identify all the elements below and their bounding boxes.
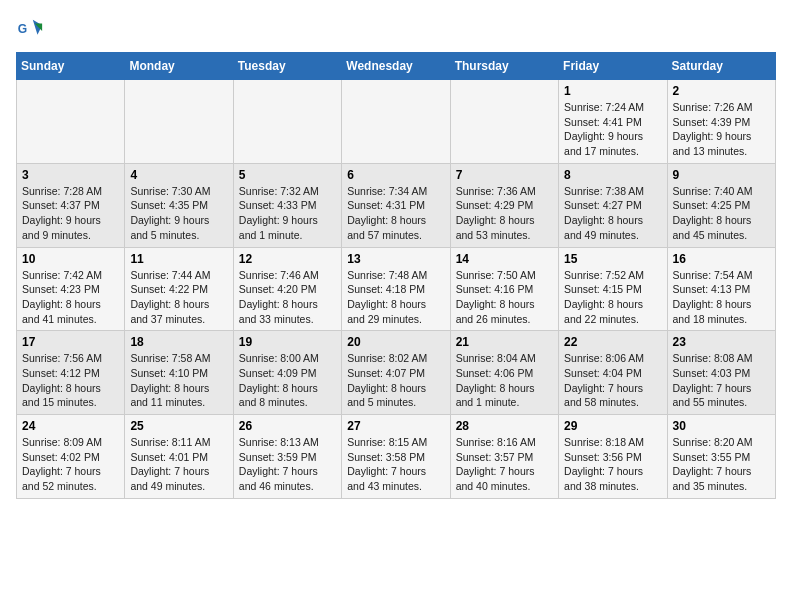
- calendar-cell: 28Sunrise: 8:16 AM Sunset: 3:57 PM Dayli…: [450, 415, 558, 499]
- day-info: Sunrise: 7:36 AM Sunset: 4:29 PM Dayligh…: [456, 184, 553, 243]
- calendar-header: SundayMondayTuesdayWednesdayThursdayFrid…: [17, 53, 776, 80]
- day-info: Sunrise: 8:06 AM Sunset: 4:04 PM Dayligh…: [564, 351, 661, 410]
- calendar-cell: 4Sunrise: 7:30 AM Sunset: 4:35 PM Daylig…: [125, 163, 233, 247]
- calendar-cell: [17, 80, 125, 164]
- day-info: Sunrise: 8:08 AM Sunset: 4:03 PM Dayligh…: [673, 351, 770, 410]
- calendar-cell: 15Sunrise: 7:52 AM Sunset: 4:15 PM Dayli…: [559, 247, 667, 331]
- day-info: Sunrise: 8:00 AM Sunset: 4:09 PM Dayligh…: [239, 351, 336, 410]
- day-info: Sunrise: 7:40 AM Sunset: 4:25 PM Dayligh…: [673, 184, 770, 243]
- day-info: Sunrise: 7:42 AM Sunset: 4:23 PM Dayligh…: [22, 268, 119, 327]
- calendar-cell: 14Sunrise: 7:50 AM Sunset: 4:16 PM Dayli…: [450, 247, 558, 331]
- calendar-week-row: 17Sunrise: 7:56 AM Sunset: 4:12 PM Dayli…: [17, 331, 776, 415]
- day-number: 12: [239, 252, 336, 266]
- day-info: Sunrise: 7:52 AM Sunset: 4:15 PM Dayligh…: [564, 268, 661, 327]
- calendar-cell: 20Sunrise: 8:02 AM Sunset: 4:07 PM Dayli…: [342, 331, 450, 415]
- calendar-cell: 10Sunrise: 7:42 AM Sunset: 4:23 PM Dayli…: [17, 247, 125, 331]
- day-info: Sunrise: 7:46 AM Sunset: 4:20 PM Dayligh…: [239, 268, 336, 327]
- page-header: G: [16, 16, 776, 44]
- day-number: 2: [673, 84, 770, 98]
- calendar-cell: 13Sunrise: 7:48 AM Sunset: 4:18 PM Dayli…: [342, 247, 450, 331]
- day-info: Sunrise: 7:54 AM Sunset: 4:13 PM Dayligh…: [673, 268, 770, 327]
- weekday-header: Tuesday: [233, 53, 341, 80]
- day-info: Sunrise: 7:50 AM Sunset: 4:16 PM Dayligh…: [456, 268, 553, 327]
- calendar-cell: 16Sunrise: 7:54 AM Sunset: 4:13 PM Dayli…: [667, 247, 775, 331]
- weekday-header: Friday: [559, 53, 667, 80]
- day-info: Sunrise: 7:32 AM Sunset: 4:33 PM Dayligh…: [239, 184, 336, 243]
- day-info: Sunrise: 8:13 AM Sunset: 3:59 PM Dayligh…: [239, 435, 336, 494]
- day-info: Sunrise: 8:18 AM Sunset: 3:56 PM Dayligh…: [564, 435, 661, 494]
- day-info: Sunrise: 8:20 AM Sunset: 3:55 PM Dayligh…: [673, 435, 770, 494]
- calendar-cell: 12Sunrise: 7:46 AM Sunset: 4:20 PM Dayli…: [233, 247, 341, 331]
- day-number: 6: [347, 168, 444, 182]
- calendar-cell: 11Sunrise: 7:44 AM Sunset: 4:22 PM Dayli…: [125, 247, 233, 331]
- calendar-cell: [342, 80, 450, 164]
- day-number: 8: [564, 168, 661, 182]
- day-number: 23: [673, 335, 770, 349]
- calendar-week-row: 1Sunrise: 7:24 AM Sunset: 4:41 PM Daylig…: [17, 80, 776, 164]
- calendar-week-row: 24Sunrise: 8:09 AM Sunset: 4:02 PM Dayli…: [17, 415, 776, 499]
- day-info: Sunrise: 8:16 AM Sunset: 3:57 PM Dayligh…: [456, 435, 553, 494]
- calendar-week-row: 10Sunrise: 7:42 AM Sunset: 4:23 PM Dayli…: [17, 247, 776, 331]
- calendar-cell: 7Sunrise: 7:36 AM Sunset: 4:29 PM Daylig…: [450, 163, 558, 247]
- calendar-cell: 17Sunrise: 7:56 AM Sunset: 4:12 PM Dayli…: [17, 331, 125, 415]
- day-number: 10: [22, 252, 119, 266]
- day-number: 18: [130, 335, 227, 349]
- day-info: Sunrise: 7:44 AM Sunset: 4:22 PM Dayligh…: [130, 268, 227, 327]
- calendar-cell: 6Sunrise: 7:34 AM Sunset: 4:31 PM Daylig…: [342, 163, 450, 247]
- calendar-cell: 1Sunrise: 7:24 AM Sunset: 4:41 PM Daylig…: [559, 80, 667, 164]
- day-info: Sunrise: 7:34 AM Sunset: 4:31 PM Dayligh…: [347, 184, 444, 243]
- day-number: 1: [564, 84, 661, 98]
- day-number: 26: [239, 419, 336, 433]
- day-info: Sunrise: 7:56 AM Sunset: 4:12 PM Dayligh…: [22, 351, 119, 410]
- day-number: 4: [130, 168, 227, 182]
- calendar-cell: 27Sunrise: 8:15 AM Sunset: 3:58 PM Dayli…: [342, 415, 450, 499]
- day-info: Sunrise: 8:02 AM Sunset: 4:07 PM Dayligh…: [347, 351, 444, 410]
- day-number: 3: [22, 168, 119, 182]
- day-info: Sunrise: 7:38 AM Sunset: 4:27 PM Dayligh…: [564, 184, 661, 243]
- calendar-cell: 23Sunrise: 8:08 AM Sunset: 4:03 PM Dayli…: [667, 331, 775, 415]
- day-info: Sunrise: 7:58 AM Sunset: 4:10 PM Dayligh…: [130, 351, 227, 410]
- day-number: 28: [456, 419, 553, 433]
- calendar-cell: [450, 80, 558, 164]
- calendar-cell: 22Sunrise: 8:06 AM Sunset: 4:04 PM Dayli…: [559, 331, 667, 415]
- weekday-header: Thursday: [450, 53, 558, 80]
- day-info: Sunrise: 8:11 AM Sunset: 4:01 PM Dayligh…: [130, 435, 227, 494]
- day-info: Sunrise: 7:24 AM Sunset: 4:41 PM Dayligh…: [564, 100, 661, 159]
- day-number: 15: [564, 252, 661, 266]
- day-number: 20: [347, 335, 444, 349]
- day-number: 30: [673, 419, 770, 433]
- weekday-header: Sunday: [17, 53, 125, 80]
- logo-icon: G: [16, 16, 44, 44]
- calendar-cell: 29Sunrise: 8:18 AM Sunset: 3:56 PM Dayli…: [559, 415, 667, 499]
- day-number: 5: [239, 168, 336, 182]
- calendar-cell: 9Sunrise: 7:40 AM Sunset: 4:25 PM Daylig…: [667, 163, 775, 247]
- day-info: Sunrise: 8:09 AM Sunset: 4:02 PM Dayligh…: [22, 435, 119, 494]
- day-number: 27: [347, 419, 444, 433]
- weekday-header: Saturday: [667, 53, 775, 80]
- weekday-header: Monday: [125, 53, 233, 80]
- logo: G: [16, 16, 48, 44]
- calendar-cell: 19Sunrise: 8:00 AM Sunset: 4:09 PM Dayli…: [233, 331, 341, 415]
- calendar-week-row: 3Sunrise: 7:28 AM Sunset: 4:37 PM Daylig…: [17, 163, 776, 247]
- day-info: Sunrise: 8:04 AM Sunset: 4:06 PM Dayligh…: [456, 351, 553, 410]
- day-info: Sunrise: 8:15 AM Sunset: 3:58 PM Dayligh…: [347, 435, 444, 494]
- calendar-table: SundayMondayTuesdayWednesdayThursdayFrid…: [16, 52, 776, 499]
- calendar-cell: 30Sunrise: 8:20 AM Sunset: 3:55 PM Dayli…: [667, 415, 775, 499]
- day-info: Sunrise: 7:48 AM Sunset: 4:18 PM Dayligh…: [347, 268, 444, 327]
- day-info: Sunrise: 7:28 AM Sunset: 4:37 PM Dayligh…: [22, 184, 119, 243]
- calendar-body: 1Sunrise: 7:24 AM Sunset: 4:41 PM Daylig…: [17, 80, 776, 499]
- day-number: 21: [456, 335, 553, 349]
- calendar-cell: 21Sunrise: 8:04 AM Sunset: 4:06 PM Dayli…: [450, 331, 558, 415]
- calendar-cell: 3Sunrise: 7:28 AM Sunset: 4:37 PM Daylig…: [17, 163, 125, 247]
- calendar-cell: 8Sunrise: 7:38 AM Sunset: 4:27 PM Daylig…: [559, 163, 667, 247]
- calendar-cell: 25Sunrise: 8:11 AM Sunset: 4:01 PM Dayli…: [125, 415, 233, 499]
- day-number: 24: [22, 419, 119, 433]
- day-number: 11: [130, 252, 227, 266]
- day-number: 19: [239, 335, 336, 349]
- day-number: 29: [564, 419, 661, 433]
- calendar-cell: 26Sunrise: 8:13 AM Sunset: 3:59 PM Dayli…: [233, 415, 341, 499]
- day-number: 14: [456, 252, 553, 266]
- calendar-cell: 24Sunrise: 8:09 AM Sunset: 4:02 PM Dayli…: [17, 415, 125, 499]
- day-info: Sunrise: 7:30 AM Sunset: 4:35 PM Dayligh…: [130, 184, 227, 243]
- day-number: 7: [456, 168, 553, 182]
